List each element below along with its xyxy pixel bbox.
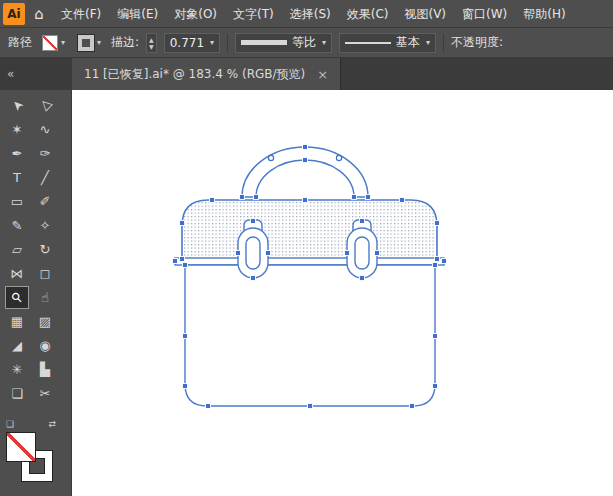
type-tool[interactable]: T	[5, 166, 29, 189]
default-fill-stroke-icon[interactable]: ❏	[6, 419, 14, 429]
line-segment-tool-icon: ╱	[41, 170, 49, 185]
stroke-weight-stepper[interactable]: ▲ ▼	[146, 33, 157, 53]
curvature-tool[interactable]: ✑	[33, 142, 57, 165]
eraser-tool-icon: ▱	[12, 242, 22, 257]
gradient-tool[interactable]: ▨	[33, 310, 57, 333]
pen-tool[interactable]: ✒	[5, 142, 29, 165]
line-segment-tool[interactable]: ╱	[33, 166, 57, 189]
stroke-color-control[interactable]: ▾	[75, 33, 104, 53]
main-area: ➤ ▷ ✶ ∿ ✒ ✑ T ╱ ▭ ✐ ✎ ✧ ▱ ↻ ⋈ ◻ ⚲ ☝ ▦ ▨	[0, 90, 613, 496]
home-icon[interactable]: ⌂	[25, 5, 53, 23]
rotate-tool-icon: ↻	[40, 242, 51, 257]
pencil-tool[interactable]: ✎	[5, 214, 29, 237]
symbol-sprayer-tool[interactable]: ✳	[5, 358, 29, 381]
tab-close-icon[interactable]: ×	[317, 67, 328, 82]
mesh-tool-icon: ▦	[11, 314, 23, 329]
eyedropper-tool-icon: ◢	[12, 338, 22, 353]
shaper-tool-icon: ✧	[40, 218, 51, 233]
menu-item-file[interactable]: 文件(F)	[53, 0, 109, 28]
menu-item-object[interactable]: 对象(O)	[166, 0, 225, 28]
swatch-mini-controls: ❏ ⇄	[4, 419, 58, 429]
mesh-tool[interactable]: ▦	[5, 310, 29, 333]
menu-item-select[interactable]: 选择(S)	[282, 0, 339, 28]
blend-tool-icon: ◉	[39, 338, 50, 353]
width-profile-value: 等比	[292, 34, 316, 51]
menu-bar: Ai ⌂ 文件(F) 编辑(E) 对象(O) 文字(T) 选择(S) 效果(C)…	[0, 0, 613, 28]
document-tab-bar: « 11 [已恢复].ai* @ 183.4 % (RGB/预览) ×	[0, 58, 613, 90]
pen-tool-icon: ✒	[12, 146, 23, 161]
symbol-sprayer-tool-icon: ✳	[12, 362, 23, 377]
lasso-tool[interactable]: ∿	[33, 118, 57, 141]
hand-tool-icon: ☝	[41, 290, 49, 305]
fill-stroke-indicator: ❏ ⇄	[4, 419, 68, 496]
artboard-tool-icon: ❏	[11, 386, 23, 401]
swap-fill-stroke-icon[interactable]: ⇄	[48, 419, 56, 429]
selection-tool[interactable]: ➤	[5, 94, 29, 117]
slice-tool[interactable]: ✂	[33, 382, 57, 405]
document-tab[interactable]: 11 [已恢复].ai* @ 183.4 % (RGB/预览) ×	[72, 58, 341, 90]
brush-definition-select[interactable]: 基本 ▾	[339, 33, 436, 53]
fill-swatch-none[interactable]	[6, 432, 36, 462]
dropdown-arrow-icon: ▾	[61, 38, 65, 47]
shaper-tool[interactable]: ✧	[33, 214, 57, 237]
document-tab-title: 11 [已恢复].ai* @ 183.4 % (RGB/预览)	[84, 66, 305, 83]
eyedropper-tool[interactable]: ◢	[5, 334, 29, 357]
tools-panel: ➤ ▷ ✶ ∿ ✒ ✑ T ╱ ▭ ✐ ✎ ✧ ▱ ↻ ⋈ ◻ ⚲ ☝ ▦ ▨	[0, 90, 72, 496]
divider	[443, 34, 444, 52]
rectangle-tool[interactable]: ▭	[5, 190, 29, 213]
menu-item-edit[interactable]: 编辑(E)	[109, 0, 166, 28]
brush-definition-value: 基本	[396, 34, 420, 51]
hand-tool[interactable]: ☝	[33, 286, 57, 309]
blend-tool[interactable]: ◉	[33, 334, 57, 357]
width-tool[interactable]: ⋈	[5, 262, 29, 285]
free-transform-tool-icon: ◻	[40, 266, 51, 281]
control-bar: 路径 ▾ ▾ 描边: ▲ ▼ 0.771 ▾ 等比 ▾ 基本 ▾ 不	[0, 28, 613, 58]
stroke-weight-value: 0.771	[170, 36, 204, 50]
eraser-tool[interactable]: ▱	[5, 238, 29, 261]
free-transform-tool[interactable]: ◻	[33, 262, 57, 285]
direct-selection-tool[interactable]: ▷	[33, 94, 57, 117]
column-graph-tool-icon: ▙	[40, 362, 50, 377]
menu-item-effect[interactable]: 效果(C)	[339, 0, 397, 28]
fill-color-control[interactable]: ▾	[39, 33, 68, 53]
app-logo-icon[interactable]: Ai	[3, 3, 25, 25]
menu-item-help[interactable]: 帮助(H)	[515, 0, 573, 28]
stroke-box-icon	[78, 35, 94, 51]
paintbrush-tool[interactable]: ✐	[33, 190, 57, 213]
paintbrush-tool-icon: ✐	[40, 194, 51, 209]
dropdown-arrow-icon: ▾	[322, 38, 326, 47]
canvas[interactable]	[72, 90, 613, 496]
rectangle-tool-icon: ▭	[11, 194, 23, 209]
stroke-weight-label: 描边:	[111, 34, 139, 51]
direct-selection-tool-icon: ▷	[36, 97, 54, 115]
rotate-tool[interactable]: ↻	[33, 238, 57, 261]
menu-item-window[interactable]: 窗口(W)	[454, 0, 515, 28]
artwork-briefcase	[72, 90, 613, 496]
width-tool-icon: ⋈	[11, 266, 24, 281]
type-tool-icon: T	[13, 170, 21, 185]
selection-tool-icon: ➤	[8, 96, 26, 114]
stroke-weight-select[interactable]: 0.771 ▾	[164, 33, 220, 53]
tools-grid: ➤ ▷ ✶ ∿ ✒ ✑ T ╱ ▭ ✐ ✎ ✧ ▱ ↻ ⋈ ◻ ⚲ ☝ ▦ ▨	[0, 94, 71, 405]
zoom-tool-icon: ⚲	[8, 289, 25, 306]
dropdown-arrow-icon: ▾	[426, 38, 430, 47]
pencil-tool-icon: ✎	[12, 218, 23, 233]
curvature-tool-icon: ✑	[40, 146, 51, 161]
column-graph-tool[interactable]: ▙	[33, 358, 57, 381]
slice-tool-icon: ✂	[40, 386, 51, 401]
magic-wand-tool-icon: ✶	[12, 122, 23, 137]
selection-type-label: 路径	[8, 34, 32, 51]
artboard-tool[interactable]: ❏	[5, 382, 29, 405]
brush-preview-icon	[345, 42, 391, 44]
zoom-tool[interactable]: ⚲	[5, 286, 29, 309]
menu-item-type[interactable]: 文字(T)	[225, 0, 282, 28]
magic-wand-tool[interactable]: ✶	[5, 118, 29, 141]
fill-none-swatch-icon	[42, 35, 58, 51]
collapse-panels-icon[interactable]: «	[0, 58, 72, 90]
stepper-up-icon[interactable]: ▲	[149, 36, 154, 43]
stepper-down-icon[interactable]: ▼	[149, 43, 154, 50]
menu-item-view[interactable]: 视图(V)	[396, 0, 454, 28]
divider	[227, 34, 228, 52]
width-profile-select[interactable]: 等比 ▾	[235, 33, 332, 53]
dropdown-arrow-icon: ▾	[97, 38, 101, 47]
